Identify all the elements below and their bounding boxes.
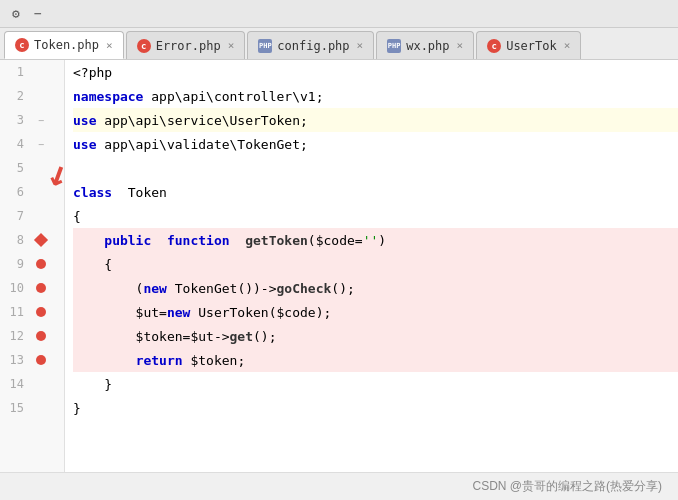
tab-label: Token.php — [34, 38, 99, 52]
minus-icon[interactable]: − — [30, 6, 46, 22]
line-number: 6 — [0, 185, 32, 199]
code-text: class Token — [73, 185, 167, 200]
fold-icon: − — [36, 115, 46, 125]
line-marker: − — [32, 115, 50, 125]
tab-label: config.php — [277, 39, 349, 53]
code-text: } — [73, 377, 112, 392]
line-number: 13 — [0, 353, 32, 367]
code-line: { — [73, 204, 678, 228]
code-line: $token=$ut->get(); — [73, 324, 678, 348]
tab-usertok[interactable]: cUserTok× — [476, 31, 581, 59]
line-marker — [32, 259, 50, 269]
tab-close-icon[interactable]: × — [357, 39, 364, 52]
breakpoint-dot-icon — [36, 355, 46, 365]
tab-close-icon[interactable]: × — [457, 39, 464, 52]
code-content: <?phpnamespace app\api\controller\v1;use… — [65, 60, 678, 472]
gutter-row: 3− — [0, 108, 64, 132]
code-line: $ut=new UserToken($code); — [73, 300, 678, 324]
tab-token[interactable]: cToken.php× — [4, 31, 124, 59]
gutter-row: 4− — [0, 132, 64, 156]
gutter-row: 10 — [0, 276, 64, 300]
line-marker — [32, 331, 50, 341]
code-line: public function getToken($code='') — [73, 228, 678, 252]
line-marker — [32, 235, 50, 245]
line-number: 2 — [0, 89, 32, 103]
line-number: 7 — [0, 209, 32, 223]
tabs-bar: cToken.php×cError.php×PHPconfig.php×PHPw… — [0, 28, 678, 60]
line-number: 9 — [0, 257, 32, 271]
tab-config[interactable]: PHPconfig.php× — [247, 31, 374, 59]
code-text: (new TokenGet())->goCheck(); — [73, 281, 355, 296]
code-line: (new TokenGet())->goCheck(); — [73, 276, 678, 300]
tab-close-icon[interactable]: × — [106, 39, 113, 52]
php-tab-icon: PHP — [387, 39, 401, 53]
fold-icon: − — [36, 139, 46, 149]
watermark: CSDN @贵哥的编程之路(热爱分享) — [472, 478, 662, 495]
breakpoint-dot-icon — [36, 331, 46, 341]
line-marker: − — [32, 139, 50, 149]
code-text: $ut=new UserToken($code); — [73, 305, 331, 320]
gutter-row: 11 — [0, 300, 64, 324]
gutter-row: 7 — [0, 204, 64, 228]
gutter-row: 8 — [0, 228, 64, 252]
code-text: $token=$ut->get(); — [73, 329, 277, 344]
bottom-bar: CSDN @贵哥的编程之路(热爱分享) — [0, 472, 678, 500]
gutter-row: 13 — [0, 348, 64, 372]
tab-wx[interactable]: PHPwx.php× — [376, 31, 474, 59]
tab-label: Error.php — [156, 39, 221, 53]
tab-label: wx.php — [406, 39, 449, 53]
code-line: use app\api\service\UserToken; — [73, 108, 678, 132]
c-tab-icon: c — [15, 38, 29, 52]
line-number: 11 — [0, 305, 32, 319]
line-marker — [32, 307, 50, 317]
line-number: 15 — [0, 401, 32, 415]
line-number: 10 — [0, 281, 32, 295]
tab-close-icon[interactable]: × — [228, 39, 235, 52]
gutter-row: 6 — [0, 180, 64, 204]
tab-error[interactable]: cError.php× — [126, 31, 246, 59]
tab-label: UserTok — [506, 39, 557, 53]
code-line: } — [73, 396, 678, 420]
code-line: <?php — [73, 60, 678, 84]
editor-area: 123−4−56789101112131415 <?phpnamespace a… — [0, 60, 678, 472]
php-tab-icon: PHP — [258, 39, 272, 53]
line-marker — [32, 355, 50, 365]
line-number: 12 — [0, 329, 32, 343]
diamond-breakpoint-icon — [34, 233, 48, 247]
code-text: } — [73, 401, 81, 416]
code-text: namespace app\api\controller\v1; — [73, 89, 323, 104]
breakpoint-dot-icon — [36, 259, 46, 269]
gutter-row: 12 — [0, 324, 64, 348]
line-number: 1 — [0, 65, 32, 79]
top-bar: ⚙ − — [0, 0, 678, 28]
gutter-row: 9 — [0, 252, 64, 276]
gear-icon[interactable]: ⚙ — [8, 6, 24, 22]
tab-close-icon[interactable]: × — [564, 39, 571, 52]
line-number: 4 — [0, 137, 32, 151]
line-number: 14 — [0, 377, 32, 391]
code-line: } — [73, 372, 678, 396]
gutter-row: 2 — [0, 84, 64, 108]
code-text: <?php — [73, 65, 112, 80]
code-line: class Token — [73, 180, 678, 204]
code-line — [73, 156, 678, 180]
gutter-row: 1 — [0, 60, 64, 84]
code-text: return $token; — [73, 353, 245, 368]
line-number: 5 — [0, 161, 32, 175]
breakpoint-dot-icon — [36, 283, 46, 293]
code-text: use app\api\validate\TokenGet; — [73, 137, 308, 152]
gutter: 123−4−56789101112131415 — [0, 60, 65, 472]
code-line: use app\api\validate\TokenGet; — [73, 132, 678, 156]
code-line: namespace app\api\controller\v1; — [73, 84, 678, 108]
gutter-row: 15 — [0, 396, 64, 420]
breakpoint-dot-icon — [36, 307, 46, 317]
gutter-row: 5 — [0, 156, 64, 180]
line-marker — [32, 283, 50, 293]
code-text: { — [73, 209, 81, 224]
code-text: public function getToken($code='') — [73, 233, 386, 248]
code-text: use app\api\service\UserToken; — [73, 113, 308, 128]
code-line: return $token; — [73, 348, 678, 372]
c-tab-icon: c — [487, 39, 501, 53]
code-text: { — [73, 257, 112, 272]
gutter-row: 14 — [0, 372, 64, 396]
